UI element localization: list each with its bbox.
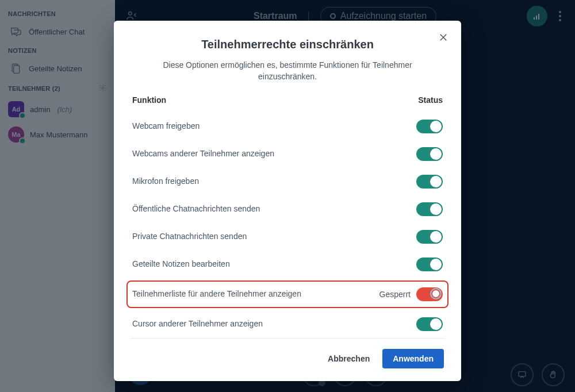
cancel-button[interactable]: Abbrechen <box>328 354 370 363</box>
setting-row: Webcam freigeben <box>131 113 444 140</box>
setting-label: Cursor anderer Teilnehmer anzeigen <box>132 318 263 329</box>
toggle[interactable] <box>416 258 443 271</box>
toggle[interactable] <box>416 202 443 216</box>
setting-label: Geteilte Notizen bearbeiten <box>132 259 230 270</box>
setting-label: Mikrofon freigeben <box>132 176 199 187</box>
close-button[interactable] <box>438 32 448 45</box>
settings-rows: Webcam freigebenWebcams anderer Teilnehm… <box>131 113 444 339</box>
setting-row: Cursor anderer Teilnehmer anzeigen <box>131 310 444 338</box>
table-header: Funktion Status <box>131 93 444 109</box>
setting-label: Webcams anderer Teilnehmer anzeigen <box>132 148 274 159</box>
col-status: Status <box>418 95 443 105</box>
toggle[interactable] <box>416 287 443 301</box>
setting-row: Webcams anderer Teilnehmer anzeigen <box>131 140 444 168</box>
modal-title: Teilnehmerrechte einschränken <box>131 38 444 51</box>
setting-label: Teilnehmerliste für andere Teilnehmer an… <box>132 289 301 299</box>
setting-row: Öffentliche Chatnachrichten senden <box>131 195 444 223</box>
locked-text: Gesperrt <box>379 290 411 299</box>
setting-row: Geteilte Notizen bearbeiten <box>131 251 444 278</box>
setting-label: Private Chatnachrichten senden <box>132 231 247 242</box>
setting-label: Webcam freigeben <box>132 121 200 132</box>
toggle[interactable] <box>416 120 443 133</box>
setting-row: Mikrofon freigeben <box>131 168 444 195</box>
apply-button[interactable]: Anwenden <box>382 349 444 368</box>
toggle[interactable] <box>416 317 443 331</box>
setting-label: Öffentliche Chatnachrichten senden <box>132 203 260 214</box>
toggle[interactable] <box>416 230 443 244</box>
setting-row: Teilnehmerliste für andere Teilnehmer an… <box>126 280 448 308</box>
lock-viewers-modal: Teilnehmerrechte einschränken Diese Opti… <box>114 21 461 381</box>
setting-row: Private Chatnachrichten senden <box>131 223 444 251</box>
modal-subtitle: Diese Optionen ermöglichen es, bestimmte… <box>161 59 414 83</box>
col-function: Funktion <box>132 95 166 105</box>
modal-footer: Abbrechen Anwenden <box>131 339 444 368</box>
toggle[interactable] <box>416 175 443 189</box>
toggle[interactable] <box>416 147 443 161</box>
